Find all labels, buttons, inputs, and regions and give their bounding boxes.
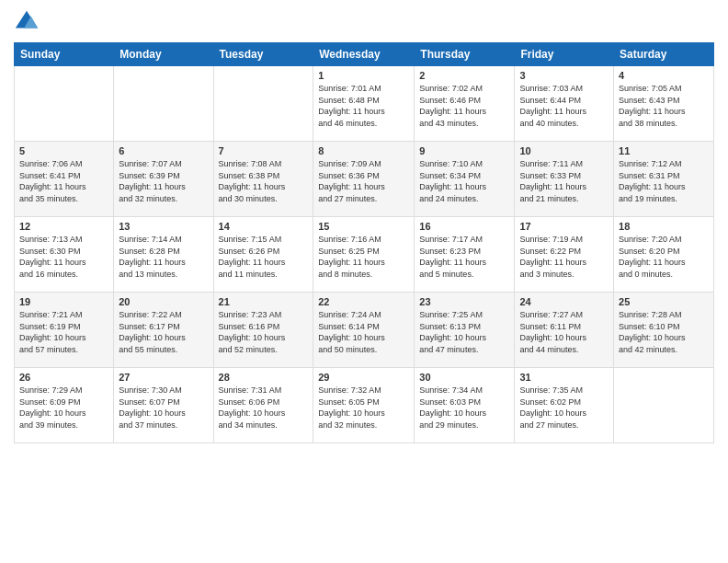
day-cell: 17Sunrise: 7:19 AMSunset: 6:22 PMDayligh… (515, 217, 614, 293)
day-number: 20 (119, 296, 208, 307)
day-number: 17 (519, 221, 609, 232)
day-number: 6 (119, 145, 208, 156)
day-cell: 27Sunrise: 7:30 AMSunset: 6:07 PMDayligh… (114, 368, 213, 443)
logo-icon (14, 9, 40, 35)
weekday-header-thursday: Thursday (415, 43, 515, 66)
day-info: Sunrise: 7:34 AMSunset: 6:03 PMDaylight:… (419, 385, 509, 431)
header (14, 9, 714, 35)
day-cell: 5Sunrise: 7:06 AMSunset: 6:41 PMDaylight… (15, 142, 114, 217)
day-number: 8 (318, 145, 409, 156)
day-number: 29 (318, 372, 409, 383)
day-cell: 13Sunrise: 7:14 AMSunset: 6:28 PMDayligh… (114, 217, 213, 293)
day-number: 27 (119, 372, 208, 383)
day-cell: 4Sunrise: 7:05 AMSunset: 6:43 PMDaylight… (614, 66, 714, 142)
day-number: 23 (419, 296, 509, 307)
weekday-header-saturday: Saturday (614, 43, 714, 66)
day-number: 13 (119, 221, 208, 232)
day-info: Sunrise: 7:25 AMSunset: 6:13 PMDaylight:… (419, 309, 509, 355)
day-info: Sunrise: 7:06 AMSunset: 6:41 PMDaylight:… (19, 158, 108, 204)
day-cell (114, 66, 213, 142)
day-number: 28 (219, 372, 309, 383)
day-info: Sunrise: 7:09 AMSunset: 6:36 PMDaylight:… (318, 158, 409, 204)
day-info: Sunrise: 7:28 AMSunset: 6:10 PMDaylight:… (619, 309, 709, 355)
day-number: 18 (619, 221, 709, 232)
day-cell: 24Sunrise: 7:27 AMSunset: 6:11 PMDayligh… (515, 293, 614, 368)
weekday-header-friday: Friday (515, 43, 614, 66)
day-info: Sunrise: 7:12 AMSunset: 6:31 PMDaylight:… (619, 158, 709, 204)
day-cell: 3Sunrise: 7:03 AMSunset: 6:44 PMDaylight… (515, 66, 614, 142)
day-cell: 25Sunrise: 7:28 AMSunset: 6:10 PMDayligh… (614, 293, 714, 368)
day-info: Sunrise: 7:30 AMSunset: 6:07 PMDaylight:… (119, 385, 208, 431)
day-info: Sunrise: 7:21 AMSunset: 6:19 PMDaylight:… (19, 309, 108, 355)
day-info: Sunrise: 7:01 AMSunset: 6:48 PMDaylight:… (318, 83, 409, 129)
day-cell: 2Sunrise: 7:02 AMSunset: 6:46 PMDaylight… (415, 66, 515, 142)
day-number: 30 (419, 372, 509, 383)
day-cell: 28Sunrise: 7:31 AMSunset: 6:06 PMDayligh… (213, 368, 313, 443)
day-info: Sunrise: 7:29 AMSunset: 6:09 PMDaylight:… (19, 385, 108, 431)
day-info: Sunrise: 7:31 AMSunset: 6:06 PMDaylight:… (219, 385, 309, 431)
calendar: SundayMondayTuesdayWednesdayThursdayFrid… (14, 42, 714, 443)
day-cell: 22Sunrise: 7:24 AMSunset: 6:14 PMDayligh… (313, 293, 415, 368)
day-info: Sunrise: 7:17 AMSunset: 6:23 PMDaylight:… (419, 234, 509, 280)
day-info: Sunrise: 7:35 AMSunset: 6:02 PMDaylight:… (519, 385, 609, 431)
day-info: Sunrise: 7:05 AMSunset: 6:43 PMDaylight:… (619, 83, 709, 129)
day-info: Sunrise: 7:23 AMSunset: 6:16 PMDaylight:… (219, 309, 309, 355)
day-info: Sunrise: 7:14 AMSunset: 6:28 PMDaylight:… (119, 234, 208, 280)
day-cell: 12Sunrise: 7:13 AMSunset: 6:30 PMDayligh… (15, 217, 114, 293)
day-info: Sunrise: 7:20 AMSunset: 6:20 PMDaylight:… (619, 234, 709, 280)
day-cell: 31Sunrise: 7:35 AMSunset: 6:02 PMDayligh… (515, 368, 614, 443)
week-row-5: 26Sunrise: 7:29 AMSunset: 6:09 PMDayligh… (15, 368, 714, 443)
day-cell: 8Sunrise: 7:09 AMSunset: 6:36 PMDaylight… (313, 142, 415, 217)
day-number: 5 (19, 145, 108, 156)
weekday-header-tuesday: Tuesday (213, 43, 313, 66)
day-number: 14 (219, 221, 309, 232)
day-cell: 11Sunrise: 7:12 AMSunset: 6:31 PMDayligh… (614, 142, 714, 217)
week-row-3: 12Sunrise: 7:13 AMSunset: 6:30 PMDayligh… (15, 217, 714, 293)
week-row-1: 1Sunrise: 7:01 AMSunset: 6:48 PMDaylight… (15, 66, 714, 142)
week-row-4: 19Sunrise: 7:21 AMSunset: 6:19 PMDayligh… (15, 293, 714, 368)
logo (14, 9, 43, 35)
day-number: 24 (519, 296, 609, 307)
day-number: 12 (19, 221, 108, 232)
day-cell: 1Sunrise: 7:01 AMSunset: 6:48 PMDaylight… (313, 66, 415, 142)
day-info: Sunrise: 7:13 AMSunset: 6:30 PMDaylight:… (19, 234, 108, 280)
day-number: 26 (19, 372, 108, 383)
day-info: Sunrise: 7:07 AMSunset: 6:39 PMDaylight:… (119, 158, 208, 204)
day-cell: 21Sunrise: 7:23 AMSunset: 6:16 PMDayligh… (213, 293, 313, 368)
day-number: 1 (318, 70, 409, 81)
day-cell: 23Sunrise: 7:25 AMSunset: 6:13 PMDayligh… (415, 293, 515, 368)
day-cell: 6Sunrise: 7:07 AMSunset: 6:39 PMDaylight… (114, 142, 213, 217)
day-cell: 9Sunrise: 7:10 AMSunset: 6:34 PMDaylight… (415, 142, 515, 217)
day-cell: 19Sunrise: 7:21 AMSunset: 6:19 PMDayligh… (15, 293, 114, 368)
page: SundayMondayTuesdayWednesdayThursdayFrid… (0, 0, 728, 563)
day-number: 19 (19, 296, 108, 307)
day-info: Sunrise: 7:15 AMSunset: 6:26 PMDaylight:… (219, 234, 309, 280)
day-cell: 20Sunrise: 7:22 AMSunset: 6:17 PMDayligh… (114, 293, 213, 368)
day-info: Sunrise: 7:32 AMSunset: 6:05 PMDaylight:… (318, 385, 409, 431)
day-number: 7 (219, 145, 309, 156)
day-cell (15, 66, 114, 142)
day-number: 11 (619, 145, 709, 156)
day-number: 31 (519, 372, 609, 383)
day-info: Sunrise: 7:19 AMSunset: 6:22 PMDaylight:… (519, 234, 609, 280)
day-cell: 15Sunrise: 7:16 AMSunset: 6:25 PMDayligh… (313, 217, 415, 293)
day-info: Sunrise: 7:16 AMSunset: 6:25 PMDaylight:… (318, 234, 409, 280)
day-info: Sunrise: 7:24 AMSunset: 6:14 PMDaylight:… (318, 309, 409, 355)
week-row-2: 5Sunrise: 7:06 AMSunset: 6:41 PMDaylight… (15, 142, 714, 217)
day-cell: 29Sunrise: 7:32 AMSunset: 6:05 PMDayligh… (313, 368, 415, 443)
day-info: Sunrise: 7:22 AMSunset: 6:17 PMDaylight:… (119, 309, 208, 355)
day-number: 10 (519, 145, 609, 156)
day-cell: 16Sunrise: 7:17 AMSunset: 6:23 PMDayligh… (415, 217, 515, 293)
day-number: 22 (318, 296, 409, 307)
day-info: Sunrise: 7:02 AMSunset: 6:46 PMDaylight:… (419, 83, 509, 129)
day-info: Sunrise: 7:03 AMSunset: 6:44 PMDaylight:… (519, 83, 609, 129)
day-info: Sunrise: 7:27 AMSunset: 6:11 PMDaylight:… (519, 309, 609, 355)
day-number: 4 (619, 70, 709, 81)
day-cell: 30Sunrise: 7:34 AMSunset: 6:03 PMDayligh… (415, 368, 515, 443)
weekday-header-row: SundayMondayTuesdayWednesdayThursdayFrid… (15, 43, 714, 66)
day-cell: 26Sunrise: 7:29 AMSunset: 6:09 PMDayligh… (15, 368, 114, 443)
day-cell: 7Sunrise: 7:08 AMSunset: 6:38 PMDaylight… (213, 142, 313, 217)
day-number: 2 (419, 70, 509, 81)
day-cell: 18Sunrise: 7:20 AMSunset: 6:20 PMDayligh… (614, 217, 714, 293)
day-number: 25 (619, 296, 709, 307)
